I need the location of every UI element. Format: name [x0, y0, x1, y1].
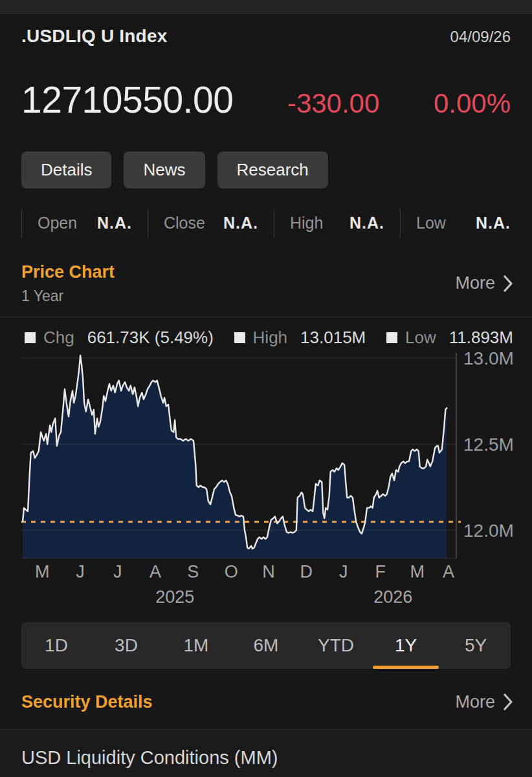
legend-label: High: [253, 328, 287, 348]
svg-text:M: M: [35, 562, 50, 581]
price-change-percent: 0.00%: [434, 89, 511, 118]
price-chart-period: 1 Year: [21, 287, 115, 305]
security-details-section-header: Security Details More: [0, 692, 532, 712]
range-option[interactable]: YTD: [301, 622, 371, 669]
svg-text:2025: 2025: [155, 587, 194, 607]
svg-text:M: M: [410, 562, 425, 581]
svg-text:A: A: [150, 562, 161, 581]
range-option[interactable]: 1D: [21, 622, 91, 669]
stat-value: N.A.: [97, 214, 132, 232]
security-details-title: Security Details: [21, 692, 153, 712]
svg-text:F: F: [375, 562, 386, 581]
ohlc-stats-row: Open N.A. Close N.A. High N.A. Low N.A.: [0, 209, 532, 238]
range-option[interactable]: 3D: [91, 622, 161, 669]
price-chart-title: Price Chart: [21, 262, 115, 282]
stat-label: Open: [38, 214, 77, 232]
stat-item: Low N.A.: [400, 209, 511, 238]
range-option[interactable]: 1M: [161, 622, 231, 669]
stat-label: High: [290, 214, 323, 232]
action-button[interactable]: Details: [21, 152, 111, 188]
range-option[interactable]: 5Y: [441, 622, 511, 669]
chevron-right-icon: [503, 693, 513, 710]
legend-value: 11.893M: [449, 328, 513, 348]
status-bar: [0, 0, 532, 14]
price-chart-section-header: Price Chart 1 Year More: [0, 262, 532, 305]
svg-text:J: J: [339, 562, 348, 581]
stat-item: Open N.A.: [21, 209, 148, 238]
chart-legend: Chg 661.73K (5.49%) High 13.015M Low 11.…: [0, 317, 532, 348]
stat-item: Close N.A.: [148, 209, 274, 238]
app-root: .USDLIQ U Index 04/09/26 12710550.00 -33…: [0, 0, 532, 777]
svg-text:N: N: [262, 562, 275, 581]
svg-text:13.0M: 13.0M: [463, 349, 514, 368]
page-title: .USDLIQ U Index: [21, 26, 167, 47]
legend-swatch-icon: [386, 332, 397, 343]
price-chart-more-link[interactable]: More: [455, 273, 513, 293]
svg-text:D: D: [300, 562, 313, 581]
price-chart-canvas[interactable]: 13.0M12.5M12.0MMJJASONDJFMA20252026: [0, 349, 532, 613]
legend-swatch-icon: [25, 332, 36, 343]
legend-item: Chg 661.73K (5.49%): [25, 328, 214, 348]
legend-item: High 13.015M: [234, 328, 366, 348]
range-option[interactable]: 6M: [231, 622, 301, 669]
svg-text:J: J: [76, 562, 85, 581]
stat-label: Low: [416, 214, 446, 232]
range-selector: 1D 3D 1M 6M YTD 1Y 5Y: [21, 622, 511, 669]
quote-date: 04/09/26: [450, 28, 511, 46]
action-button[interactable]: News: [124, 152, 205, 188]
svg-text:O: O: [225, 562, 238, 581]
security-description: USD Liquidity Conditions (MM): [21, 747, 511, 769]
chevron-right-icon: [503, 275, 513, 292]
legend-label: Chg: [43, 328, 74, 348]
legend-value: 13.015M: [300, 328, 366, 348]
legend-label: Low: [405, 328, 436, 348]
stat-value: N.A.: [349, 214, 384, 232]
stat-value: N.A.: [223, 214, 258, 232]
stat-value: N.A.: [476, 214, 511, 232]
price-change: -330.00: [287, 89, 379, 118]
svg-text:S: S: [187, 562, 199, 581]
more-label: More: [455, 692, 495, 712]
security-details-more-link[interactable]: More: [455, 692, 513, 712]
more-label: More: [455, 273, 495, 293]
action-button[interactable]: Research: [217, 152, 328, 188]
price-chart[interactable]: 13.0M12.5M12.0MMJJASONDJFMA20252026: [0, 349, 532, 616]
quote-row: 12710550.00 -330.00 0.00%: [0, 80, 532, 120]
stat-item: High N.A.: [274, 209, 400, 238]
legend-swatch-icon: [234, 332, 245, 343]
svg-text:12.0M: 12.0M: [463, 521, 514, 541]
last-price: 12710550.00: [21, 80, 233, 120]
svg-text:J: J: [113, 562, 122, 581]
page-header: .USDLIQ U Index 04/09/26: [0, 14, 532, 47]
svg-text:2026: 2026: [373, 587, 412, 607]
security-description-section: USD Liquidity Conditions (MM): [0, 729, 532, 777]
stat-label: Close: [164, 214, 205, 232]
svg-text:12.5M: 12.5M: [463, 434, 514, 455]
action-buttons: Details News Research: [0, 152, 532, 188]
legend-value: 661.73K (5.49%): [87, 328, 214, 348]
range-option[interactable]: 1Y: [371, 622, 441, 669]
legend-item: Low 11.893M: [386, 328, 513, 348]
svg-text:A: A: [443, 562, 454, 581]
